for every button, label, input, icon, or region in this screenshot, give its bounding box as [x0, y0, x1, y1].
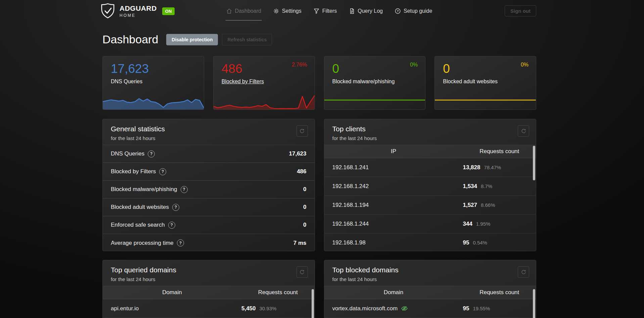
table-row: api.entur.io 5,45030.93% — [103, 299, 315, 318]
column-header-requests[interactable]: Requests count — [463, 289, 536, 296]
nav-item-settings[interactable]: Settings — [273, 8, 302, 14]
requests-count: 95 — [463, 239, 469, 246]
page-title: Dashboard — [102, 33, 158, 46]
domain-name: vortex.data.microsoft.com — [332, 305, 398, 312]
dashboard-page: Dashboard Disable protection Refresh sta… — [0, 33, 644, 318]
client-ip: 192.168.1.244 — [324, 221, 463, 227]
nav-item-label: Filters — [322, 8, 337, 14]
column-header-requests[interactable]: Requests count — [463, 148, 536, 155]
table-row: 192.168.1.194 1,5278.66% — [324, 196, 536, 215]
help-circle-icon[interactable]: ? — [168, 222, 175, 229]
help-circle-icon[interactable]: ? — [148, 150, 155, 157]
shield-check-icon — [101, 3, 115, 19]
help-circle-icon[interactable]: ? — [177, 239, 184, 246]
general-statistics-panel: General statistics for the last 24 hours… — [102, 119, 315, 251]
stat-label: Blocked malware/phishing — [111, 186, 177, 193]
panel-title: Top blocked domains — [332, 266, 528, 274]
table-row: vortex.data.microsoft.com 9519.55% — [324, 299, 536, 318]
requests-percent: 0.54% — [473, 240, 487, 245]
nav-item-dashboard[interactable]: Dashboard — [226, 8, 261, 14]
blocked-filters-value: 486 — [222, 62, 242, 76]
card-blocked-adult: 0 0% Blocked adult websites — [434, 56, 536, 110]
refresh-button[interactable] — [518, 125, 529, 137]
nav-item-setup-guide[interactable]: ? Setup guide — [395, 8, 432, 14]
client-ip: 192.168.1.241 — [324, 164, 463, 171]
stat-label: Enforced safe search — [111, 222, 165, 228]
stat-row: Blocked malware/phishing?0 — [103, 181, 315, 198]
filter-icon — [314, 8, 320, 14]
stat-value: 17,623 — [289, 150, 307, 157]
stat-value: 7 ms — [293, 240, 307, 246]
nav-item-filters[interactable]: Filters — [314, 8, 337, 14]
column-header-domain[interactable]: Domain — [324, 289, 463, 296]
brand-product: HOME — [120, 13, 157, 17]
column-header-domain[interactable]: Domain — [103, 289, 241, 296]
requests-count: 1,534 — [463, 183, 477, 190]
card-blocked-malware: 0 0% Blocked malware/phishing — [324, 56, 426, 110]
requests-percent: 1.95% — [476, 221, 491, 227]
refresh-statistics-button[interactable]: Refresh statistics — [222, 34, 272, 45]
help-circle-icon[interactable]: ? — [181, 186, 188, 193]
eye-off-icon — [401, 305, 408, 312]
column-header-requests[interactable]: Requests count — [241, 289, 315, 296]
refresh-button[interactable] — [518, 266, 529, 278]
requests-count: 1,527 — [463, 202, 477, 209]
requests-count: 344 — [463, 221, 472, 227]
dns-queries-label: DNS Queries — [111, 79, 142, 85]
blocked-malware-value: 0 — [332, 62, 339, 76]
blocked-adult-sparkline — [435, 92, 536, 109]
panel-subtitle: for the last 24 hours — [332, 276, 528, 282]
requests-percent: 30.93% — [260, 306, 277, 311]
requests-percent: 8.7% — [481, 183, 492, 189]
nav-item-label: Settings — [282, 8, 302, 14]
card-blocked-by-filters: 486 2.76% Blocked by Filters — [213, 56, 315, 110]
refresh-icon — [300, 129, 305, 134]
blocked-malware-percent: 0% — [410, 62, 418, 68]
top-blocked-domains-panel: Top blocked domains for the last 24 hour… — [324, 260, 537, 318]
stat-value: 486 — [297, 168, 306, 175]
scrollbar-thumb[interactable] — [533, 289, 535, 318]
blocked-filters-link[interactable]: Blocked by Filters — [222, 79, 264, 85]
gear-icon — [273, 8, 279, 14]
nav-item-label: Query Log — [358, 8, 383, 14]
refresh-icon — [300, 270, 305, 275]
nav-item-query-log[interactable]: Query Log — [349, 8, 383, 14]
panel-subtitle: for the last 24 hours — [111, 276, 307, 282]
client-ip: 192.168.1.98 — [324, 239, 463, 246]
main-nav: Dashboard Settings Filters Query Log ? — [226, 0, 432, 22]
stat-row: Blocked by Filters?486 — [103, 163, 315, 181]
blocked-adult-label: Blocked adult websites — [443, 79, 498, 85]
stat-row: Average processing time?7 ms — [103, 234, 315, 251]
table-row: 192.168.1.244 3441.95% — [324, 215, 536, 233]
help-circle-icon[interactable]: ? — [172, 204, 179, 211]
disable-protection-button[interactable]: Disable protection — [166, 34, 218, 45]
requests-count: 13,828 — [463, 164, 480, 171]
sign-out-button[interactable]: Sign out — [505, 5, 536, 16]
table-row: 192.168.1.242 1,5348.7% — [324, 177, 536, 196]
nav-item-label: Dashboard — [235, 8, 261, 14]
adguard-logo[interactable]: ADGUARD HOME ON — [101, 3, 175, 19]
blocked-malware-label: Blocked malware/phishing — [332, 79, 395, 85]
refresh-button[interactable] — [296, 125, 308, 137]
panel-title: General statistics — [111, 125, 307, 133]
scrollbar-thumb[interactable] — [533, 146, 535, 180]
navbar: ADGUARD HOME ON Dashboard Settings Filte… — [0, 0, 644, 22]
blocked-adult-percent: 0% — [521, 62, 528, 68]
stat-label: Blocked adult websites — [111, 204, 169, 211]
stat-value: 0 — [303, 186, 306, 193]
scrollbar-thumb[interactable] — [312, 289, 314, 318]
panel-title: Top queried domains — [111, 266, 307, 274]
help-circle-icon[interactable]: ? — [159, 168, 166, 175]
stat-row: DNS Queries?17,623 — [103, 145, 315, 163]
blocked-adult-value: 0 — [443, 62, 450, 76]
dns-queries-sparkline — [103, 92, 204, 109]
panel-subtitle: for the last 24 hours — [332, 135, 528, 141]
table-header: IP Requests count — [324, 145, 536, 158]
stat-value: 0 — [303, 204, 306, 211]
column-header-ip[interactable]: IP — [324, 148, 463, 155]
top-queried-domains-panel: Top queried domains for the last 24 hour… — [102, 260, 315, 318]
blocked-filters-percent: 2.76% — [292, 62, 307, 68]
refresh-button[interactable] — [296, 266, 308, 278]
stat-label: DNS Queries — [111, 150, 144, 157]
refresh-icon — [521, 129, 526, 134]
